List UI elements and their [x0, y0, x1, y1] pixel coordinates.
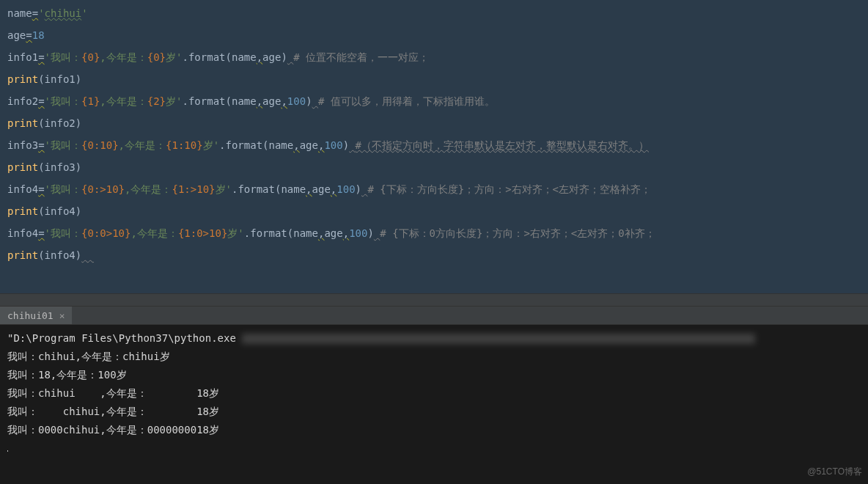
console-tab[interactable]: chihui01 ×: [0, 307, 72, 324]
console-tab-bar: chihui01 ×: [0, 307, 868, 325]
pane-separator[interactable]: [0, 293, 868, 307]
console-line: 我叫： chihui,今年是： 18岁: [7, 403, 861, 421]
console-path-line: "D:\Program Files\Python37\python.exe: [7, 329, 861, 348]
console-output[interactable]: "D:\Program Files\Python37\python.exe 我叫…: [0, 325, 868, 484]
console-line: 我叫：chihui ,今年是： 18岁: [7, 384, 861, 403]
code-line: info4='我叫：{0:0>10},今年是：{1:0>10}岁'.format…: [7, 222, 861, 244]
console-line: 我叫：18,今年是：100岁: [7, 366, 861, 384]
code-line: info2='我叫：{1},今年是：{2}岁'.format(name,age,…: [7, 90, 861, 112]
console-line: 我叫：0000chihui,今年是：0000000018岁: [7, 421, 861, 439]
blurred-args: [242, 334, 755, 344]
close-icon[interactable]: ×: [59, 310, 65, 321]
console-line: 我叫：chihui,今年是：chihui岁: [7, 348, 861, 366]
code-line: print(info3): [7, 156, 861, 178]
code-line: info4='我叫：{0:>10},今年是：{1:>10}岁'.format(n…: [7, 178, 861, 200]
code-line: print(info4): [7, 244, 861, 266]
code-line: name='chihui': [7, 2, 861, 24]
code-line: print(info1): [7, 68, 861, 90]
console-caret: [7, 439, 861, 458]
code-editor[interactable]: name='chihui' age=18 info1='我叫：{0},今年是：{…: [0, 0, 868, 293]
code-line: print(info4): [7, 200, 861, 222]
code-line: info1='我叫：{0},今年是：{0}岁'.format(name,age)…: [7, 46, 861, 68]
watermark: @51CTO博客: [807, 463, 862, 481]
code-line: info3='我叫：{0:10},今年是：{1:10}岁'.format(nam…: [7, 134, 861, 156]
code-line: print(info2): [7, 112, 861, 134]
code-line: age=18: [7, 24, 861, 46]
tab-label: chihui01: [7, 310, 54, 321]
